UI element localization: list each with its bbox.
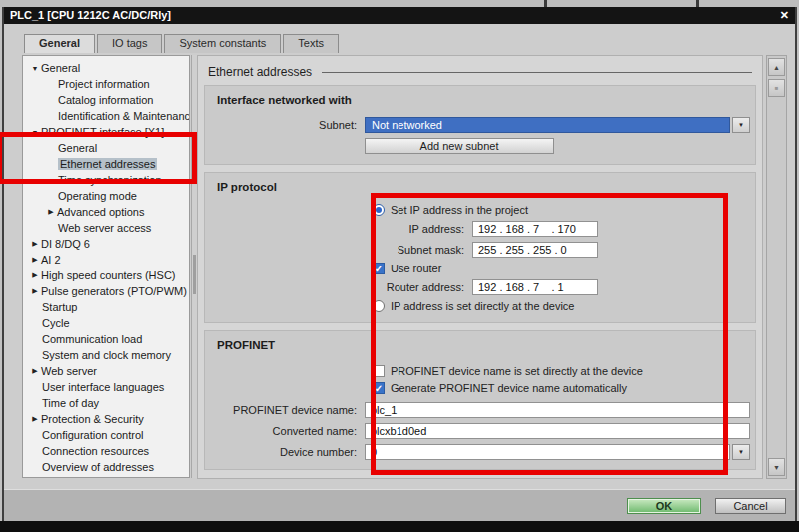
ok-button[interactable]: OK xyxy=(627,498,701,514)
collapse-arrow-icon[interactable] xyxy=(29,129,41,136)
subnet-mask-input[interactable]: 255 . 255 . 255 . 0 xyxy=(472,242,598,258)
add-new-subnet-button[interactable]: Add new subnet xyxy=(365,138,554,154)
expand-arrow-icon[interactable] xyxy=(29,287,41,295)
generate-profinet-name-label: Generate PROFINET device name automatica… xyxy=(391,382,627,394)
use-router-checkbox[interactable] xyxy=(373,263,385,274)
section-title: PROFINET xyxy=(217,339,750,351)
subnet-select[interactable]: Not networked xyxy=(365,117,730,133)
tree-item-cycle[interactable]: Cycle xyxy=(23,315,189,331)
section-title: IP protocol xyxy=(217,181,750,193)
tree-item-project-information[interactable]: Project information xyxy=(23,76,189,92)
section-title: Interface networked with xyxy=(217,94,750,106)
dialog-footer: OK Cancel xyxy=(4,489,795,521)
scroll-down-icon[interactable] xyxy=(768,458,785,476)
tree-item-system-clock-memory[interactable]: System and clock memory xyxy=(23,347,189,363)
tree-item-pulse-generators[interactable]: Pulse generators (PTO/PWM) xyxy=(23,283,189,299)
use-router-label: Use router xyxy=(391,263,441,274)
background-divider xyxy=(544,0,547,7)
tree-item-web-server-access[interactable]: Web server access xyxy=(23,220,189,236)
tree-item-communication-load[interactable]: Communication load xyxy=(23,331,189,347)
subnet-label: Subnet: xyxy=(213,119,365,131)
tree-item-general[interactable]: General xyxy=(23,60,189,76)
tree-item-high-speed-counters[interactable]: High speed counters (HSC) xyxy=(23,267,189,283)
scroll-up-icon[interactable] xyxy=(768,58,785,76)
expand-arrow-icon[interactable] xyxy=(29,256,41,264)
tab-bar: General IO tags System constants Texts xyxy=(24,34,341,53)
section-ip-protocol: IP protocol Set IP address in the projec… xyxy=(204,172,756,323)
page-heading: Ethernet addresses xyxy=(198,56,762,85)
background-window-strip xyxy=(0,0,799,7)
collapse-arrow-icon[interactable] xyxy=(29,65,41,72)
tree-item-time-synchronization[interactable]: Time synchronization xyxy=(23,172,189,188)
expand-arrow-icon[interactable] xyxy=(29,415,41,423)
tree-item-protection-security[interactable]: Protection & Security xyxy=(23,411,189,427)
expand-arrow-icon[interactable] xyxy=(29,271,41,279)
converted-name-input[interactable]: plcxb1d0ed xyxy=(365,423,750,439)
screenshot-root: PLC_1 [CPU 1212C AC/DC/Rly] ✕ General IO… xyxy=(0,0,799,532)
dialog-title: PLC_1 [CPU 1212C AC/DC/Rly] xyxy=(10,7,773,24)
tab-system-constants[interactable]: System constants xyxy=(164,34,281,53)
tree-item-web-server[interactable]: Web server xyxy=(23,363,189,379)
close-icon[interactable]: ✕ xyxy=(773,7,789,24)
device-number-dropdown-arrow-icon[interactable] xyxy=(732,444,750,460)
section-interface-networked-with: Interface networked with Subnet: Not net… xyxy=(204,85,756,165)
section-profinet: PROFINET PROFINET device name is set dir… xyxy=(204,330,756,470)
cancel-button[interactable]: Cancel xyxy=(715,498,786,514)
splitter-handle-icon[interactable] xyxy=(193,255,196,294)
expand-arrow-icon[interactable] xyxy=(29,240,41,248)
converted-name-label: Converted name: xyxy=(213,425,365,437)
radio-ip-set-at-device-label: IP address is set directly at the device xyxy=(391,300,574,312)
tree-item-interface-general[interactable]: General xyxy=(23,140,189,156)
tree-item-ethernet-addresses[interactable]: Ethernet addresses xyxy=(23,156,189,172)
device-number-select[interactable]: 0 xyxy=(365,444,730,460)
generate-profinet-name-checkbox[interactable] xyxy=(373,382,385,394)
settings-panel: Ethernet addresses Interface networked w… xyxy=(197,55,763,479)
tree-item-configuration-control[interactable]: Configuration control xyxy=(23,427,189,443)
properties-dialog: PLC_1 [CPU 1212C AC/DC/Rly] ✕ General IO… xyxy=(2,7,797,521)
expand-arrow-icon[interactable] xyxy=(29,367,41,375)
radio-set-ip-in-project[interactable] xyxy=(373,204,385,216)
tree-item-identification-maintenance[interactable]: Identification & Maintenance xyxy=(23,108,189,124)
profinet-device-name-input[interactable]: plc_1 xyxy=(365,402,750,418)
ip-address-label: IP address: xyxy=(213,223,472,235)
tree-item-advanced-options[interactable]: Advanced options xyxy=(23,204,189,220)
profinet-name-direct-checkbox[interactable] xyxy=(373,365,385,377)
profinet-device-name-label: PROFINET device name: xyxy=(213,404,365,416)
tree-item-user-interface-languages[interactable]: User interface languages xyxy=(23,379,189,395)
tree-item-operating-mode[interactable]: Operating mode xyxy=(23,188,189,204)
tree-item-startup[interactable]: Startup xyxy=(23,299,189,315)
profinet-name-direct-label: PROFINET device name is set directly at … xyxy=(391,365,643,377)
tree-item-catalog-information[interactable]: Catalog information xyxy=(23,92,189,108)
tree-item-profinet-interface[interactable]: PROFINET interface [X1] xyxy=(23,124,189,140)
subnet-mask-label: Subnet mask: xyxy=(213,244,472,256)
tab-io-tags[interactable]: IO tags xyxy=(97,34,162,53)
subnet-dropdown-arrow-icon[interactable] xyxy=(732,117,750,133)
tree-item-overview-of-addresses[interactable]: Overview of addresses xyxy=(23,459,189,475)
bottom-black-strip xyxy=(0,521,799,532)
router-address-label: Router address: xyxy=(213,281,472,293)
tree-item-di8-dq6[interactable]: DI 8/DQ 6 xyxy=(23,236,189,252)
dialog-titlebar[interactable]: PLC_1 [CPU 1212C AC/DC/Rly] ✕ xyxy=(4,7,795,24)
tree-item-ai2[interactable]: AI 2 xyxy=(23,252,189,267)
vertical-scrollbar[interactable] xyxy=(766,55,787,479)
page-heading-label: Ethernet addresses xyxy=(208,65,312,79)
scrollbar-thumb[interactable] xyxy=(768,79,785,97)
heading-rule xyxy=(322,72,752,73)
tree-item-connection-resources[interactable]: Connection resources xyxy=(23,443,189,459)
device-number-label: Device number: xyxy=(213,446,365,458)
background-divider xyxy=(696,0,699,7)
ip-address-input[interactable]: 192 . 168 . 7 . 170 xyxy=(472,221,598,237)
radio-set-ip-in-project-label: Set IP address in the project xyxy=(391,204,528,216)
tab-general[interactable]: General xyxy=(24,34,95,53)
radio-ip-set-at-device[interactable] xyxy=(373,300,385,312)
tree-item-time-of-day[interactable]: Time of day xyxy=(23,395,189,411)
tab-texts[interactable]: Texts xyxy=(283,34,339,53)
router-address-input[interactable]: 192 . 168 . 7 . 1 xyxy=(472,279,598,295)
navigation-tree: General Project information Catalog info… xyxy=(22,55,190,478)
expand-arrow-icon[interactable] xyxy=(45,208,57,216)
